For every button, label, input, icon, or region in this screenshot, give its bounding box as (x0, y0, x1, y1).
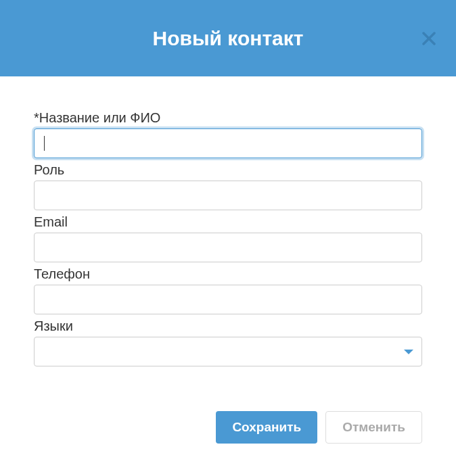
modal-header: Новый контакт (0, 0, 456, 76)
role-input[interactable] (34, 181, 422, 210)
cancel-button[interactable]: Отменить (325, 411, 422, 444)
email-label: Email (34, 214, 422, 230)
phone-input[interactable] (34, 285, 422, 314)
role-label: Роль (34, 162, 422, 178)
close-icon[interactable] (421, 30, 437, 47)
chevron-down-icon (404, 350, 413, 354)
form-group-phone: Телефон (34, 266, 422, 314)
modal-body: *Название или ФИО Роль Email Телефон Язы… (0, 76, 456, 391)
form-group-email: Email (34, 214, 422, 262)
form-group-role: Роль (34, 162, 422, 210)
languages-label: Языки (34, 318, 422, 334)
form-group-name: *Название или ФИО (34, 110, 422, 158)
modal-footer: Сохранить Отменить (0, 391, 456, 471)
text-cursor (44, 136, 45, 151)
name-input[interactable] (34, 128, 422, 158)
form-group-languages: Языки (34, 318, 422, 366)
languages-select[interactable] (34, 337, 422, 366)
modal-title: Новый контакт (153, 27, 304, 50)
name-label: *Название или ФИО (34, 110, 422, 126)
save-button[interactable]: Сохранить (216, 411, 317, 444)
new-contact-modal: Новый контакт *Название или ФИО Роль Ema… (0, 0, 456, 471)
phone-label: Телефон (34, 266, 422, 282)
email-input[interactable] (34, 233, 422, 262)
